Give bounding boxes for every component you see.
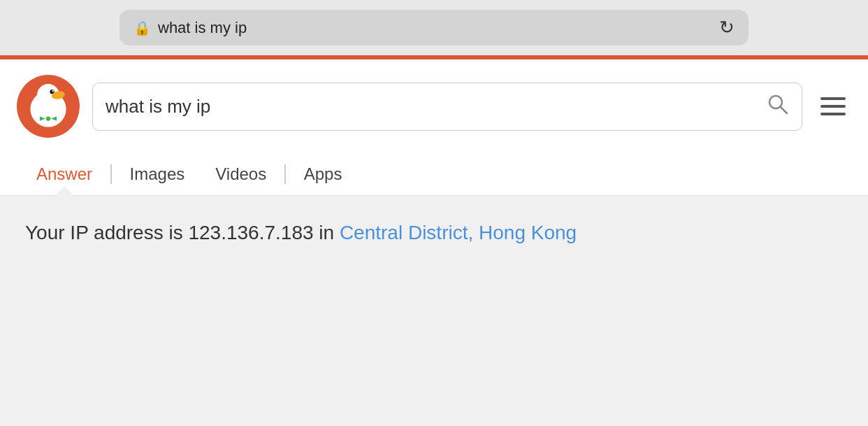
tab-apps[interactable]: Apps (289, 153, 358, 195)
svg-line-7 (781, 107, 787, 113)
search-box[interactable]: what is my ip (92, 83, 802, 131)
search-query-text: what is my ip (106, 96, 767, 118)
tab-images[interactable]: Images (115, 153, 201, 195)
search-header: what is my ip (0, 59, 868, 153)
result-text: Your IP address is 123.136.7.183 in Cent… (25, 218, 843, 248)
hamburger-line-1 (820, 97, 846, 100)
address-bar-container: 🔒 what is my ip ↻ (0, 0, 868, 55)
address-bar[interactable]: 🔒 what is my ip ↻ (120, 10, 748, 45)
main-content: what is my ip Answer Images Videos Apps … (0, 59, 868, 287)
address-bar-text: what is my ip (158, 19, 247, 37)
refresh-icon[interactable]: ↻ (719, 17, 735, 38)
result-location-link[interactable]: Central District, Hong Kong (340, 222, 577, 243)
svg-point-3 (52, 90, 54, 92)
nav-tabs: Answer Images Videos Apps (0, 153, 868, 196)
nav-divider-2 (284, 164, 286, 184)
duck-svg (20, 78, 76, 134)
duckduckgo-logo[interactable] (17, 75, 80, 138)
tab-videos[interactable]: Videos (200, 153, 282, 195)
search-icon[interactable] (767, 93, 789, 120)
lock-icon: 🔒 (133, 20, 151, 36)
hamburger-line-3 (820, 113, 846, 115)
hamburger-menu[interactable] (815, 92, 851, 121)
address-bar-left: 🔒 what is my ip (133, 19, 247, 37)
svg-point-5 (46, 116, 50, 120)
tab-answer[interactable]: Answer (21, 153, 108, 195)
result-prefix: Your IP address is 123.136.7.183 in (25, 222, 340, 243)
nav-divider-1 (110, 164, 112, 184)
result-area: Your IP address is 123.136.7.183 in Cent… (0, 196, 868, 287)
hamburger-line-2 (820, 105, 846, 108)
